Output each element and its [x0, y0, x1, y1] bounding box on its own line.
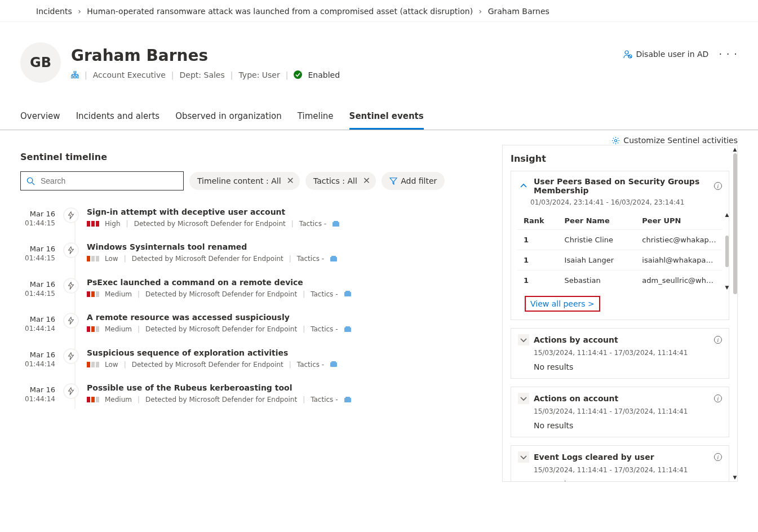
- card-result: No results: [511, 477, 729, 481]
- status-enabled-icon: [294, 70, 302, 79]
- table-row[interactable]: 1 Sebastian adm_seullric@whaka...: [517, 271, 722, 291]
- search-input[interactable]: [20, 171, 184, 190]
- more-actions-button[interactable]: · · ·: [719, 48, 738, 60]
- severity-label: Medium: [105, 396, 132, 404]
- timeline-heading: Sentinel timeline: [20, 152, 489, 162]
- close-icon[interactable]: ✕: [363, 176, 370, 185]
- scrollbar[interactable]: ▲ ▼: [724, 212, 730, 290]
- svg-rect-3: [77, 76, 79, 78]
- svg-rect-0: [74, 71, 76, 73]
- card-user-peers: User Peers Based on Security Groups Memb…: [511, 171, 729, 320]
- severity-label: Medium: [105, 290, 132, 298]
- breadcrumb-root[interactable]: Incidents: [36, 7, 72, 16]
- detected-by: Detected by Microsoft Defender for Endpo…: [145, 290, 297, 298]
- customize-activities-button[interactable]: Customize Sentinel activities: [611, 136, 738, 145]
- tabs: Overview Incidents and alerts Observed i…: [0, 104, 758, 130]
- tactics-label: Tactics -: [311, 325, 338, 333]
- tab-timeline[interactable]: Timeline: [298, 104, 334, 130]
- timeline-timestamp: Mar 16 01:44:15: [23, 207, 55, 228]
- scrollbar-thumb[interactable]: [725, 236, 729, 267]
- svg-rect-8: [333, 222, 339, 227]
- timeline-item[interactable]: Mar 16 01:44:14 Possible use of the Rube…: [23, 379, 489, 414]
- scroll-up-icon[interactable]: ▲: [725, 212, 729, 218]
- svg-rect-2: [74, 76, 76, 78]
- severity-label: Low: [105, 361, 118, 369]
- timeline-timestamp: Mar 16 01:44:14: [23, 383, 55, 404]
- close-icon[interactable]: ✕: [287, 176, 294, 185]
- svg-rect-16: [330, 362, 337, 367]
- alert-icon: [63, 278, 79, 294]
- peers-table: Rank Peer Name Peer UPN 1 Christie Cline…: [517, 212, 722, 290]
- breadcrumb-incident[interactable]: Human-operated ransomware attack was lau…: [87, 7, 473, 16]
- col-name[interactable]: Peer Name: [558, 212, 636, 230]
- detected-by: Detected by Microsoft Defender for Endpo…: [145, 325, 297, 333]
- peer-name: Isaiah Langer: [558, 250, 636, 271]
- info-icon[interactable]: i: [714, 182, 722, 190]
- svg-rect-19: [345, 397, 350, 398]
- peer-name: Christie Cline: [558, 230, 636, 250]
- peer-rank: 1: [517, 271, 558, 291]
- severity-bars-icon: [87, 397, 99, 402]
- scrollbar-thumb[interactable]: [733, 153, 737, 294]
- svg-rect-13: [345, 291, 350, 292]
- table-row[interactable]: 1 Christie Cline christiec@whakapap...: [517, 230, 722, 250]
- detected-by: Detected by Microsoft Defender for Endpo…: [132, 255, 283, 263]
- chevron-up-icon[interactable]: [518, 180, 529, 192]
- alert-icon: [63, 348, 79, 364]
- col-upn[interactable]: Peer UPN: [635, 212, 722, 230]
- severity-bars-icon: [87, 326, 99, 332]
- severity-bars-icon: [87, 362, 99, 367]
- info-icon[interactable]: i: [714, 394, 722, 402]
- filter-chip-content[interactable]: Timeline content : All ✕: [189, 172, 300, 190]
- add-filter-button[interactable]: Add filter: [382, 172, 445, 190]
- alert-icon: [63, 313, 79, 329]
- chevron-right-icon: ›: [479, 7, 482, 16]
- svg-rect-9: [334, 221, 338, 223]
- meta-status: Enabled: [308, 70, 340, 79]
- tab-sentinel-events[interactable]: Sentinel events: [349, 104, 424, 130]
- scroll-up-icon[interactable]: ▲: [733, 147, 737, 152]
- chevron-down-icon[interactable]: [518, 393, 529, 404]
- page-title: Graham Barnes: [71, 46, 340, 65]
- timeline-item[interactable]: Mar 16 01:44:15 Windows Sysinternals too…: [23, 238, 489, 273]
- timeline-timestamp: Mar 16 01:44:15: [23, 278, 55, 298]
- timeline-item-title: Possible use of the Rubeus kerberoasting…: [87, 383, 489, 392]
- alert-icon: [63, 242, 79, 258]
- tactics-label: Tactics -: [311, 290, 338, 298]
- detected-by: Detected by Microsoft Defender for Endpo…: [145, 396, 297, 404]
- entity-header: GB Graham Barnes | Account Executive | D…: [0, 22, 758, 93]
- chevron-down-icon[interactable]: [518, 451, 529, 463]
- info-icon[interactable]: i: [714, 453, 722, 461]
- timeline-item[interactable]: Mar 16 01:44:14 Suspicious sequence of e…: [23, 344, 489, 379]
- meta-role: Account Executive: [93, 70, 166, 79]
- avatar: GB: [20, 42, 61, 83]
- timeline-item[interactable]: Mar 16 01:44:15 Sign-in attempt with dec…: [23, 203, 489, 238]
- scroll-down-icon[interactable]: ▼: [733, 475, 737, 480]
- disable-user-button[interactable]: Disable user in AD: [623, 50, 708, 59]
- tactic-icon: [330, 255, 338, 263]
- severity-label: High: [105, 220, 121, 228]
- view-all-peers-link[interactable]: View all peers >: [525, 296, 600, 312]
- tab-incidents-alerts[interactable]: Incidents and alerts: [76, 104, 160, 130]
- insight-panel: ▲ ▼ Insight User Peers Based on Security…: [502, 145, 738, 482]
- card-date-range: 15/03/2024, 11:14:41 - 17/03/2024, 11:14…: [511, 349, 729, 360]
- scroll-down-icon[interactable]: ▼: [725, 285, 729, 290]
- filter-chip-tactics[interactable]: Tactics : All ✕: [305, 172, 376, 190]
- timeline-item[interactable]: Mar 16 01:44:14 A remote resource was ac…: [23, 308, 489, 343]
- severity-bars-icon: [87, 221, 99, 227]
- alert-icon: [63, 207, 79, 223]
- chevron-down-icon[interactable]: [518, 334, 529, 345]
- col-rank[interactable]: Rank: [517, 212, 558, 230]
- timeline-item[interactable]: Mar 16 01:44:15 PsExec launched a comman…: [23, 273, 489, 308]
- info-icon[interactable]: i: [714, 336, 722, 344]
- peer-rank: 1: [517, 230, 558, 250]
- meta-dept: Dept: Sales: [180, 70, 225, 79]
- svg-rect-15: [345, 326, 350, 328]
- tab-observed[interactable]: Observed in organization: [175, 104, 282, 130]
- peer-upn: isaiahl@whakapapa.a...: [635, 250, 722, 271]
- card-title: Actions on account: [534, 394, 710, 403]
- tab-overview[interactable]: Overview: [20, 104, 60, 130]
- scrollbar[interactable]: ▲ ▼: [733, 145, 737, 481]
- card-result: No results: [511, 360, 729, 378]
- table-row[interactable]: 1 Isaiah Langer isaiahl@whakapapa.a...: [517, 250, 722, 271]
